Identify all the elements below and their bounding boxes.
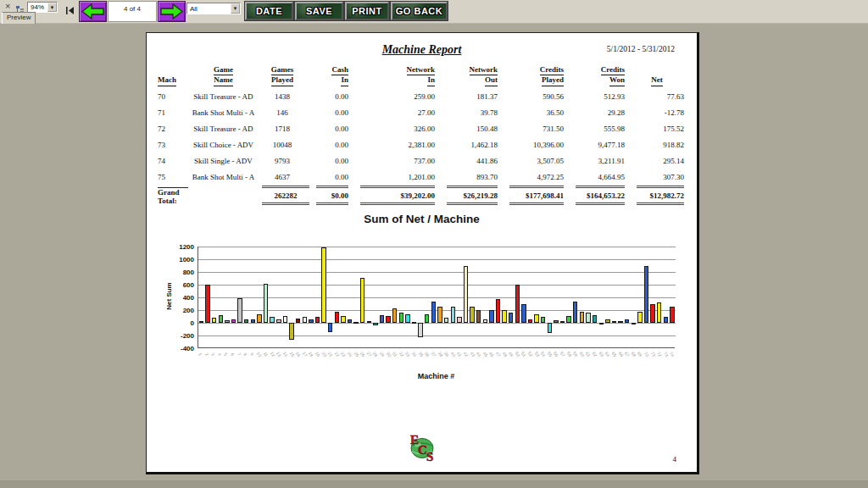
arrow-left-icon bbox=[81, 3, 104, 19]
chart-x-axis-label: Machine # bbox=[198, 372, 675, 380]
table-cell: Skill Treasure - AD bbox=[192, 89, 255, 105]
chart-plot-area: 120010008006004002000-200-40012345678910… bbox=[198, 247, 675, 348]
x-tick-label: 70 bbox=[643, 351, 650, 358]
chart-bar bbox=[303, 317, 307, 323]
table-cell: 39.78 bbox=[440, 105, 503, 121]
x-tick-label: 51 bbox=[520, 351, 527, 358]
chart-bar bbox=[219, 315, 223, 323]
chart-bar bbox=[392, 308, 397, 323]
chart-bar bbox=[451, 307, 455, 323]
table-cell: 1,462.18 bbox=[440, 137, 503, 153]
chart-bar bbox=[353, 322, 358, 324]
table-cell: 1718 bbox=[255, 121, 309, 137]
chart-gridline bbox=[198, 323, 676, 324]
table-cell: Bank Shot Multi - A bbox=[192, 105, 255, 121]
x-tick-label: 41 bbox=[456, 351, 463, 358]
filter-select[interactable]: All ▼ bbox=[186, 3, 241, 14]
x-tick-label: 49 bbox=[508, 351, 515, 358]
chart-bar bbox=[205, 285, 209, 323]
date-button[interactable]: DATE bbox=[245, 2, 293, 20]
y-tick-label: 400 bbox=[169, 294, 194, 302]
chart-bar bbox=[605, 319, 609, 324]
x-tick-label: 57 bbox=[559, 351, 566, 358]
column-header-text: Out bbox=[485, 75, 498, 86]
first-page-button[interactable] bbox=[64, 3, 76, 13]
x-tick-label: 7 bbox=[236, 352, 242, 357]
table-cell: 9,477.18 bbox=[569, 137, 630, 153]
chart-bar bbox=[637, 312, 642, 323]
table-cell: 27.00 bbox=[353, 105, 440, 121]
x-tick-label: 21 bbox=[327, 351, 334, 358]
chart-bar bbox=[650, 304, 654, 324]
chart-bar bbox=[580, 312, 584, 324]
x-tick-label: 62 bbox=[592, 351, 598, 358]
x-tick-label: 29 bbox=[379, 351, 386, 358]
chevron-down-icon[interactable]: ▼ bbox=[47, 3, 57, 12]
x-tick-label: 42 bbox=[463, 351, 470, 358]
table-cell: 3,211.91 bbox=[569, 153, 630, 169]
table-cell: Skill Single - ADV bbox=[192, 153, 255, 169]
chart-bar bbox=[599, 323, 604, 324]
chart-bar bbox=[664, 317, 668, 324]
column-header: GamesPlayed bbox=[255, 65, 309, 89]
grand-total-cell: $26,219.28 bbox=[440, 186, 503, 205]
close-icon[interactable]: × bbox=[5, 1, 10, 11]
x-tick-label: 52 bbox=[527, 351, 534, 358]
table-cell: 71 bbox=[158, 105, 192, 121]
chart-bar bbox=[257, 314, 261, 323]
chevron-down-icon[interactable]: ▼ bbox=[231, 3, 240, 14]
prev-page-button[interactable] bbox=[79, 1, 107, 22]
x-tick-label: 31 bbox=[392, 351, 398, 358]
report-date-range: 5/1/2012 - 5/31/2012 bbox=[607, 45, 675, 53]
column-header-text: Played bbox=[542, 75, 564, 86]
page-indicator: 4 of 4 bbox=[108, 1, 157, 22]
print-button[interactable]: PRINT bbox=[345, 2, 389, 20]
chart-bar bbox=[502, 310, 506, 323]
x-tick-label: 13 bbox=[275, 351, 282, 358]
table-row: 74Skill Single - ADV97930.00737.00441.86… bbox=[158, 153, 689, 169]
chart-bar bbox=[618, 321, 622, 323]
chart-bar bbox=[309, 319, 313, 324]
x-tick-label: 34 bbox=[411, 351, 418, 358]
x-tick-label: 46 bbox=[488, 351, 495, 358]
x-tick-label: 65 bbox=[611, 351, 618, 358]
chart-bar bbox=[380, 315, 384, 323]
tab-preview[interactable]: Preview bbox=[2, 12, 36, 24]
chart-bar bbox=[367, 321, 371, 323]
go-back-button[interactable]: GO BACK bbox=[391, 2, 448, 20]
grand-total-cell: 262282 bbox=[255, 186, 309, 205]
x-tick-label: 74 bbox=[669, 351, 676, 358]
table-cell: 72 bbox=[158, 121, 192, 137]
grand-total-row: GrandTotal:262282$0.00$39,202.00$26,219.… bbox=[158, 186, 689, 205]
x-tick-label: 1 bbox=[198, 352, 203, 357]
table-cell: 4,972.25 bbox=[503, 169, 569, 186]
x-tick-label: 19 bbox=[314, 351, 321, 358]
column-header-text: Name bbox=[214, 75, 233, 86]
table-cell: 74 bbox=[158, 153, 192, 169]
grand-total-cell: $164,653.22 bbox=[569, 186, 630, 205]
table-row: 71Bank Shot Multi - A1460.0027.0039.7836… bbox=[158, 105, 689, 121]
column-header-text: Credits bbox=[540, 65, 564, 75]
x-tick-label: 2 bbox=[204, 352, 210, 357]
column-header-text: Cash bbox=[331, 65, 348, 75]
x-tick-label: 3 bbox=[210, 352, 216, 357]
chart-bar bbox=[612, 321, 616, 323]
chart-bar bbox=[264, 284, 268, 324]
chart-bar bbox=[534, 314, 538, 324]
chart-bar bbox=[554, 320, 558, 323]
table-cell: 731.50 bbox=[503, 121, 569, 137]
next-page-button[interactable] bbox=[158, 1, 186, 22]
table-cell: Bank Shot Multi - A bbox=[192, 169, 255, 186]
chart-bar bbox=[573, 302, 577, 323]
bottom-strip bbox=[0, 480, 868, 488]
table-cell: 2,381.00 bbox=[353, 137, 440, 153]
column-header: CreditsWon bbox=[569, 65, 630, 89]
chart-bar bbox=[386, 316, 390, 323]
column-header-text: In bbox=[427, 75, 435, 86]
report-page-number: 4 bbox=[673, 455, 677, 463]
x-tick-label: 6 bbox=[230, 352, 236, 357]
save-button[interactable]: SAVE bbox=[295, 2, 343, 20]
chart-bar bbox=[457, 317, 461, 323]
table-cell: 73 bbox=[158, 137, 192, 153]
grand-total-cell: $0.00 bbox=[309, 186, 353, 205]
